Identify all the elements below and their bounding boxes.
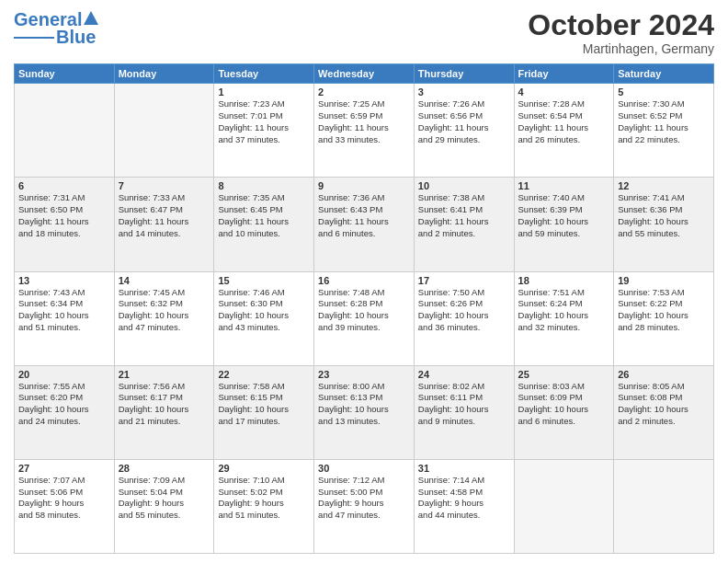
logo-blue: Blue xyxy=(56,27,96,48)
day-content-line: Sunrise: 8:05 AM xyxy=(618,381,710,393)
day-number: 23 xyxy=(318,369,410,380)
day-number: 17 xyxy=(418,275,510,286)
day-content-line: Daylight: 10 hours xyxy=(318,404,410,416)
day-content-line: Sunset: 7:01 PM xyxy=(218,110,310,122)
day-content-line: and 43 minutes. xyxy=(218,322,310,334)
day-content-line: Daylight: 11 hours xyxy=(618,122,710,134)
day-number: 29 xyxy=(218,463,310,474)
day-content-line: Sunrise: 7:23 AM xyxy=(218,98,310,110)
day-content-line: Sunset: 6:32 PM xyxy=(119,298,210,310)
day-content-line: and 32 minutes. xyxy=(518,322,610,334)
day-number: 26 xyxy=(618,369,710,380)
day-header-thursday: Thursday xyxy=(414,64,514,84)
day-content-line: Daylight: 10 hours xyxy=(18,310,110,322)
calendar-cell: 27Sunrise: 7:07 AMSunset: 5:06 PMDayligh… xyxy=(15,459,115,553)
day-content-line: and 28 minutes. xyxy=(618,322,710,334)
day-content-line: Sunrise: 7:56 AM xyxy=(119,381,210,393)
day-content-line: Daylight: 10 hours xyxy=(418,404,510,416)
day-content-line: and 29 minutes. xyxy=(418,134,510,146)
day-content-line: Sunset: 6:43 PM xyxy=(318,204,410,216)
day-content-line: and 9 minutes. xyxy=(418,416,510,428)
calendar-cell xyxy=(114,84,214,178)
day-number: 5 xyxy=(618,86,710,98)
day-content-line: Sunrise: 7:10 AM xyxy=(218,475,310,487)
day-content-line: and 14 minutes. xyxy=(119,228,210,240)
calendar-cell: 21Sunrise: 7:56 AMSunset: 6:17 PMDayligh… xyxy=(114,365,214,459)
calendar-cell: 24Sunrise: 8:02 AMSunset: 6:11 PMDayligh… xyxy=(414,365,514,459)
day-content-line: and 55 minutes. xyxy=(618,228,710,240)
day-number: 1 xyxy=(218,86,310,98)
calendar-cell: 29Sunrise: 7:10 AMSunset: 5:02 PMDayligh… xyxy=(214,459,314,553)
day-number: 3 xyxy=(418,86,510,98)
day-content-line: Daylight: 11 hours xyxy=(18,216,110,228)
day-content-line: Daylight: 11 hours xyxy=(218,122,310,134)
calendar-cell: 16Sunrise: 7:48 AMSunset: 6:28 PMDayligh… xyxy=(314,271,415,365)
day-content-line: and 55 minutes. xyxy=(119,510,210,522)
day-content-line: Sunset: 6:36 PM xyxy=(618,204,710,216)
day-content-line: and 2 minutes. xyxy=(618,416,710,428)
day-content-line: Daylight: 11 hours xyxy=(518,122,610,134)
day-content-line: Daylight: 10 hours xyxy=(518,310,610,322)
day-content-line: Daylight: 10 hours xyxy=(518,216,610,228)
day-content-line: Sunset: 6:09 PM xyxy=(518,392,610,404)
day-number: 4 xyxy=(518,86,610,98)
day-header-wednesday: Wednesday xyxy=(314,64,415,84)
calendar-week-row: 27Sunrise: 7:07 AMSunset: 5:06 PMDayligh… xyxy=(15,459,714,553)
day-number: 10 xyxy=(418,180,510,191)
calendar-cell: 6Sunrise: 7:31 AMSunset: 6:50 PMDaylight… xyxy=(15,178,115,271)
day-content-line: Sunrise: 7:12 AM xyxy=(318,475,410,487)
day-content-line: and 59 minutes. xyxy=(518,228,610,240)
day-content-line: and 22 minutes. xyxy=(618,134,710,146)
calendar-cell: 20Sunrise: 7:55 AMSunset: 6:20 PMDayligh… xyxy=(15,365,115,459)
day-content-line: Sunset: 6:52 PM xyxy=(618,110,710,122)
calendar-cell xyxy=(514,459,614,553)
day-content-line: Sunset: 6:54 PM xyxy=(518,110,610,122)
calendar-cell: 12Sunrise: 7:41 AMSunset: 6:36 PMDayligh… xyxy=(614,178,714,271)
calendar-cell: 23Sunrise: 8:00 AMSunset: 6:13 PMDayligh… xyxy=(314,365,415,459)
day-number: 18 xyxy=(518,275,610,286)
day-content-line: Sunset: 6:08 PM xyxy=(618,392,710,404)
calendar-cell: 14Sunrise: 7:45 AMSunset: 6:32 PMDayligh… xyxy=(114,271,214,365)
day-content-line: Sunset: 6:47 PM xyxy=(119,204,210,216)
day-content-line: Daylight: 10 hours xyxy=(119,310,210,322)
calendar-cell xyxy=(614,459,714,553)
day-content-line: and 51 minutes. xyxy=(218,510,310,522)
day-content-line: Sunrise: 7:33 AM xyxy=(119,192,210,204)
day-content-line: Daylight: 10 hours xyxy=(119,404,210,416)
calendar-cell: 19Sunrise: 7:53 AMSunset: 6:22 PMDayligh… xyxy=(614,271,714,365)
day-content-line: and 51 minutes. xyxy=(18,322,110,334)
calendar-week-row: 6Sunrise: 7:31 AMSunset: 6:50 PMDaylight… xyxy=(15,178,714,271)
day-content-line: Daylight: 10 hours xyxy=(618,216,710,228)
day-content-line: Sunrise: 7:30 AM xyxy=(618,98,710,110)
day-content-line: Sunset: 4:58 PM xyxy=(418,487,510,499)
day-content-line: and 26 minutes. xyxy=(518,134,610,146)
day-content-line: Sunset: 6:59 PM xyxy=(318,110,410,122)
day-number: 30 xyxy=(318,463,410,474)
day-content-line: and 6 minutes. xyxy=(318,228,410,240)
day-content-line: Sunrise: 7:36 AM xyxy=(318,192,410,204)
calendar-cell: 30Sunrise: 7:12 AMSunset: 5:00 PMDayligh… xyxy=(314,459,415,553)
calendar-cell: 8Sunrise: 7:35 AMSunset: 6:45 PMDaylight… xyxy=(214,178,314,271)
day-content-line: and 39 minutes. xyxy=(318,322,410,334)
day-content-line: Sunset: 5:00 PM xyxy=(318,487,410,499)
day-number: 2 xyxy=(318,86,410,98)
calendar-cell: 15Sunrise: 7:46 AMSunset: 6:30 PMDayligh… xyxy=(214,271,314,365)
calendar-table: SundayMondayTuesdayWednesdayThursdayFrid… xyxy=(14,63,714,554)
day-content-line: Daylight: 11 hours xyxy=(318,122,410,134)
calendar-week-row: 20Sunrise: 7:55 AMSunset: 6:20 PMDayligh… xyxy=(15,365,714,459)
day-content-line: Sunrise: 7:50 AM xyxy=(418,287,510,299)
calendar-cell xyxy=(15,84,115,178)
calendar-cell: 11Sunrise: 7:40 AMSunset: 6:39 PMDayligh… xyxy=(514,178,614,271)
day-content-line: Sunrise: 7:07 AM xyxy=(18,475,110,487)
day-content-line: Sunrise: 7:35 AM xyxy=(218,192,310,204)
title-block: October 2024 Martinhagen, Germany xyxy=(528,9,714,56)
day-number: 28 xyxy=(119,463,210,474)
day-content-line: Sunrise: 8:02 AM xyxy=(418,381,510,393)
day-number: 13 xyxy=(18,275,110,286)
day-number: 14 xyxy=(119,275,210,286)
logo-line xyxy=(14,37,54,39)
calendar-cell: 31Sunrise: 7:14 AMSunset: 4:58 PMDayligh… xyxy=(414,459,514,553)
day-content-line: Sunset: 6:56 PM xyxy=(418,110,510,122)
calendar-cell: 17Sunrise: 7:50 AMSunset: 6:26 PMDayligh… xyxy=(414,271,514,365)
day-content-line: Sunset: 6:22 PM xyxy=(618,298,710,310)
